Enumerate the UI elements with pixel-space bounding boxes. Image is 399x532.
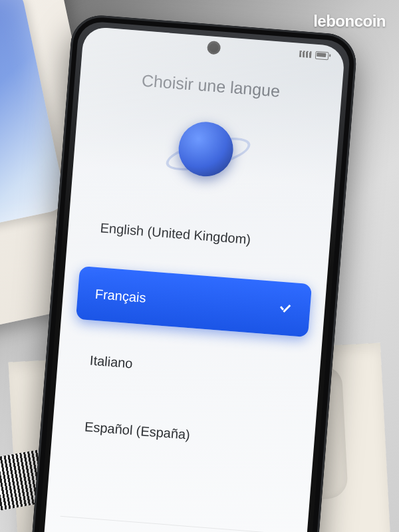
signal-icon (299, 51, 312, 58)
box-art-phone-illustration (0, 0, 67, 231)
language-label: Français (94, 286, 146, 305)
bottom-nav-bar: Augmenter la ... (57, 516, 292, 532)
language-label: Italiano (89, 352, 133, 371)
phone-screen: Choisir une langue English (United Kingd… (40, 26, 345, 532)
watermark-logo: leboncoin (313, 12, 386, 31)
language-label: English (United Kingdom) (100, 220, 251, 247)
smartphone-device: Choisir une langue English (United Kingd… (27, 13, 358, 532)
status-bar (299, 50, 329, 60)
language-option-francais[interactable]: Français (76, 266, 312, 337)
language-list: English (United Kingdom) Français Italia… (65, 200, 317, 483)
language-label: Español (España) (84, 419, 190, 442)
language-option-english[interactable]: English (United Kingdom) (81, 200, 317, 271)
checkmark-icon (277, 301, 293, 317)
language-option-italiano[interactable]: Italiano (70, 332, 307, 404)
battery-icon (315, 51, 329, 61)
globe-illustration (166, 110, 245, 188)
product-photo: Choisir une langue English (United Kingd… (0, 0, 399, 532)
front-camera-notch (209, 43, 219, 53)
language-option-espanol[interactable]: Español (España) (65, 398, 301, 469)
setup-title: Choisir une langue (80, 66, 342, 106)
